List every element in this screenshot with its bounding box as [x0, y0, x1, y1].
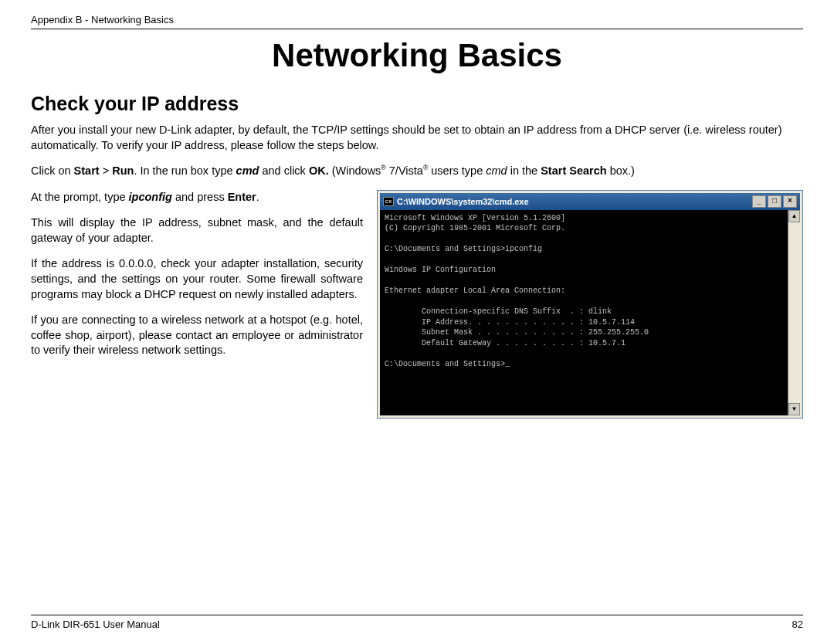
scrollbar[interactable]: ▲ ▼ [788, 210, 800, 416]
text: and press [172, 191, 228, 203]
footer-page-number: 82 [792, 619, 803, 630]
text: and click [259, 164, 308, 177]
start-label: Start [74, 164, 100, 177]
run-instruction: Click on Start > Run. In the run box typ… [31, 164, 803, 179]
text: . In the run box type [134, 164, 236, 177]
cmd-window: cx C:\WINDOWS\system32\cmd.exe _ □ × Mic… [377, 190, 803, 419]
text: box.) [607, 164, 635, 177]
terminal-output[interactable]: Microsoft Windows XP [Version 5.1.2600] … [380, 210, 788, 416]
intro-paragraph: After you install your new D-Link adapte… [31, 123, 803, 153]
titlebar: cx C:\WINDOWS\system32\cmd.exe _ □ × [380, 193, 800, 210]
scroll-down-button[interactable]: ▼ [788, 403, 800, 415]
text: in the [507, 164, 541, 177]
section-heading: Check your IP address [31, 93, 803, 115]
cmd-label: cmd [486, 164, 507, 177]
page-title: Networking Basics [31, 37, 803, 74]
cmd-label: cmd [236, 164, 259, 177]
footer-manual-label: D-Link DIR-651 User Manual [31, 619, 160, 630]
terminal-body: Microsoft Windows XP [Version 5.1.2600] … [380, 210, 800, 416]
text: 7/Vista [386, 164, 423, 177]
text: > [100, 164, 113, 177]
text: users type [428, 164, 486, 177]
display-paragraph: This will display the IP address, subnet… [31, 215, 363, 246]
titlebar-left: cx C:\WINDOWS\system32\cmd.exe [383, 197, 529, 206]
prompt-paragraph: At the prompt, type ipconfig and press E… [31, 190, 363, 205]
content-row: At the prompt, type ipconfig and press E… [31, 190, 803, 419]
text: Click on [31, 164, 74, 177]
run-label: Run [112, 164, 134, 177]
close-button[interactable]: × [783, 195, 797, 208]
ipconfig-label: ipconfig [129, 191, 172, 203]
page-footer: D-Link DIR-651 User Manual 82 [31, 615, 803, 630]
zero-address-paragraph: If the address is 0.0.0.0, check your ad… [31, 256, 363, 302]
ok-label: OK. [309, 164, 329, 177]
enter-label: Enter [228, 191, 256, 203]
appendix-label: Appendix B - Networking Basics [31, 14, 174, 25]
instructions-column: At the prompt, type ipconfig and press E… [31, 190, 363, 369]
hotspot-paragraph: If you are connecting to a wireless netw… [31, 313, 363, 358]
cmd-icon: cx [383, 197, 394, 206]
minimize-button[interactable]: _ [752, 195, 766, 208]
page-header: Appendix B - Networking Basics [31, 14, 803, 29]
scroll-up-button[interactable]: ▲ [788, 210, 800, 222]
text: (Windows [329, 164, 381, 177]
maximize-button[interactable]: □ [768, 195, 781, 208]
text: At the prompt, type [31, 191, 129, 203]
window-buttons: _ □ × [752, 195, 797, 208]
start-search-label: Start Search [541, 164, 606, 177]
text: . [256, 191, 259, 203]
window-title: C:\WINDOWS\system32\cmd.exe [397, 197, 529, 206]
